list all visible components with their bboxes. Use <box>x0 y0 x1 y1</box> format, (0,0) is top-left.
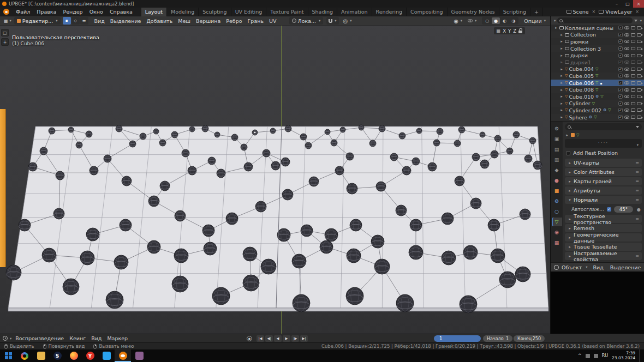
panel-menu-icon[interactable]: ≡ <box>635 179 639 184</box>
disable-viewport-icon[interactable] <box>631 54 635 57</box>
disable-render-icon[interactable] <box>637 74 641 77</box>
disable-render-icon[interactable] <box>637 81 641 85</box>
secondary-editor-view[interactable] <box>551 272 644 334</box>
outliner-item[interactable]: ▸ Collection ✓ <box>551 32 644 39</box>
disable-viewport-icon[interactable] <box>631 47 635 50</box>
disable-viewport-icon[interactable] <box>631 68 635 71</box>
expand-arrow-icon[interactable]: ▸ <box>559 46 564 51</box>
selectable-checkbox[interactable]: ✓ <box>618 74 623 78</box>
outliner-item[interactable]: ▸ Коллекция сцены ✓ <box>551 25 644 32</box>
workspace-tab[interactable]: UV Editing <box>231 8 267 16</box>
workspace-tab[interactable]: Geometry Nodes <box>448 8 499 16</box>
disable-viewport-icon[interactable] <box>631 108 635 112</box>
viewport-menu-item[interactable]: Добавить <box>144 18 175 24</box>
secondary-menu-item[interactable]: Выделение <box>607 264 644 270</box>
outliner-item[interactable]: ▸ Collection 3 ✓ <box>551 45 644 52</box>
hide-eye-icon[interactable] <box>624 74 629 77</box>
viewlayer-name[interactable]: ViewLayer <box>605 9 632 15</box>
panel-menu-icon[interactable]: ≡ <box>635 160 639 165</box>
proportional-edit-button[interactable]: ◎ <box>343 18 348 24</box>
outliner-item[interactable]: ▸ дырки ✓ <box>551 52 644 59</box>
outliner-editor-icon[interactable]: ▾ <box>554 19 556 23</box>
workspace-tab[interactable]: Rendering <box>372 8 407 16</box>
language-indicator[interactable]: RU <box>602 353 608 358</box>
selectable-checkbox[interactable]: ✓ <box>618 67 623 71</box>
menubar-item[interactable]: Файл <box>13 9 33 15</box>
hide-eye-icon[interactable] <box>624 108 629 112</box>
auto-smooth-angle-field[interactable]: 45° <box>614 206 633 213</box>
blender-logo-icon[interactable] <box>3 9 9 15</box>
disable-viewport-icon[interactable] <box>631 102 635 105</box>
taskbar-blender-button[interactable] <box>115 349 131 362</box>
gizmos-dropdown[interactable]: ◉▾ <box>451 18 464 24</box>
workspace-tab[interactable]: + <box>530 8 543 16</box>
timeline-menu-item[interactable]: Маркер <box>104 335 130 341</box>
timeline-menu-item[interactable]: Вид <box>88 335 104 341</box>
expand-arrow-icon[interactable]: ▸ <box>559 94 564 99</box>
panel-header[interactable]: ▸ Color Attributes ≡ <box>565 168 642 176</box>
outliner-item[interactable]: ▸ рюмки ✓ <box>551 38 644 45</box>
disable-viewport-icon[interactable] <box>631 40 635 43</box>
outliner-item[interactable]: ▸▽ Cylinder.002⚙▽ ✓ <box>551 107 644 114</box>
taskbar-search-button[interactable] <box>16 349 33 362</box>
frame-end-field[interactable]: Конец250 <box>514 335 545 342</box>
outliner-item[interactable]: ▸▽ Cylinder▽ ✓ <box>551 100 644 107</box>
hide-eye-icon[interactable] <box>624 81 629 85</box>
selectable-checkbox[interactable]: ✓ <box>618 81 623 85</box>
disable-viewport-icon[interactable] <box>631 74 635 77</box>
outliner-item[interactable]: ▸▽ Cube.006▽▪ ✓ <box>551 80 644 87</box>
panel-menu-icon[interactable]: ≡ <box>635 170 639 174</box>
disable-viewport-icon[interactable] <box>631 81 635 85</box>
disable-render-icon[interactable] <box>637 54 641 57</box>
workspace-tab[interactable]: Animation <box>337 8 372 16</box>
selectable-checkbox[interactable]: ✓ <box>618 101 623 106</box>
transport-button-0[interactable]: |◀ <box>257 335 264 342</box>
hide-eye-icon[interactable] <box>624 88 629 92</box>
taskbar-firefox-button[interactable] <box>65 349 82 362</box>
workspace-tab[interactable]: Modeling <box>167 8 199 16</box>
panel-header[interactable]: ▸ Настраиваемые свойства ≡ <box>565 252 642 260</box>
viewport-menu-item[interactable]: Вид <box>92 18 108 24</box>
vertex-select-button[interactable]: ▪ <box>63 17 71 25</box>
panel-menu-icon[interactable]: ≡ <box>635 216 639 221</box>
viewport-menu-item[interactable]: Меш <box>175 18 193 24</box>
taskbar-yandex-button[interactable]: Y <box>82 349 98 362</box>
filter-icon[interactable] <box>636 126 639 128</box>
transport-button-3[interactable]: ▶ <box>283 335 290 342</box>
properties-tab-physics[interactable]: ○ <box>552 207 562 216</box>
disable-render-icon[interactable] <box>637 88 641 92</box>
expand-arrow-icon[interactable]: ▸ <box>559 67 564 71</box>
cursor-tool[interactable]: + <box>1 38 9 46</box>
panel-header[interactable]: ▸ Геометрические данные <box>565 233 642 242</box>
vertex-groups-list[interactable]: ···· ▾ <box>565 139 642 148</box>
selectable-checkbox[interactable]: ✓ <box>618 53 623 58</box>
transport-button-2[interactable]: ◀ <box>274 335 282 342</box>
hide-eye-icon[interactable] <box>624 33 629 37</box>
outliner-item[interactable]: ▸▽ Cube.005▽ ✓ <box>551 73 644 80</box>
workspace-tab[interactable]: Compositing <box>407 8 448 16</box>
auto-keying-button[interactable]: ● <box>247 336 252 341</box>
panel-header[interactable]: ▾ Нормали ≡ <box>565 196 642 204</box>
disable-render-icon[interactable] <box>637 40 641 43</box>
properties-tab-texture[interactable]: ▦ <box>552 238 562 247</box>
properties-tab-material[interactable]: ◉ <box>552 228 562 237</box>
timeline-editor-icon[interactable] <box>3 336 8 341</box>
hide-eye-icon[interactable] <box>624 116 629 119</box>
timeline-menu-item[interactable]: Кеинг <box>67 335 88 341</box>
disable-viewport-icon[interactable] <box>631 88 635 92</box>
outliner-filter-dropdown[interactable]: ▾ <box>640 19 642 23</box>
hide-eye-icon[interactable] <box>624 102 629 105</box>
selectable-checkbox[interactable]: ✓ <box>618 115 623 119</box>
hide-eye-icon[interactable] <box>624 40 629 43</box>
titlebar[interactable]: UPBGE* [C:\content\минажница\минажница2.… <box>0 0 644 8</box>
properties-search-input[interactable] <box>565 123 642 130</box>
workspace-tab[interactable]: Texture Paint <box>266 8 308 16</box>
transport-button-1[interactable]: ◀| <box>265 335 273 342</box>
disable-render-icon[interactable] <box>637 61 641 64</box>
taskbar-vscode-button[interactable] <box>98 349 115 362</box>
volume-icon[interactable] <box>594 354 598 358</box>
expand-arrow-icon[interactable]: ▸ <box>559 74 564 78</box>
menubar-item[interactable]: Окно <box>86 9 106 15</box>
hide-eye-icon[interactable] <box>624 26 629 29</box>
outliner-item[interactable]: ▸▽ Cube.004▽ ✓ <box>551 66 644 73</box>
